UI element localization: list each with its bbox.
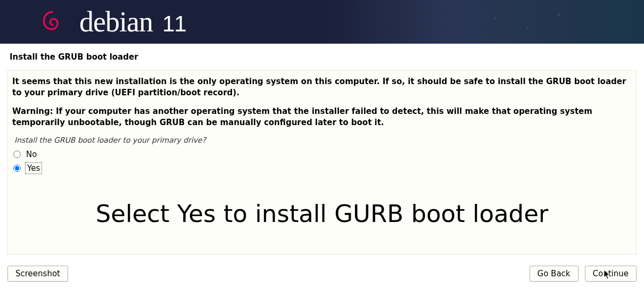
footer-bar: Screenshot Go Back Continue bbox=[7, 266, 637, 282]
go-back-button[interactable]: Go Back bbox=[530, 266, 579, 282]
radio-option-no[interactable]: No bbox=[13, 150, 632, 159]
radio-option-yes[interactable]: Yes bbox=[13, 163, 632, 173]
footer-right-group: Go Back Continue bbox=[530, 266, 637, 282]
continue-button[interactable]: Continue bbox=[585, 266, 637, 282]
info-paragraph-2: Warning: If your computer has another op… bbox=[12, 106, 632, 128]
content-area: Install the GRUB boot loader It seems th… bbox=[0, 44, 644, 254]
radio-no-label: No bbox=[26, 150, 37, 159]
installer-header: debian 11 bbox=[0, 0, 644, 44]
radio-yes-label: Yes bbox=[26, 163, 41, 173]
overlay-caption: Select Yes to install GURB boot loader bbox=[96, 200, 549, 228]
info-paragraph-1: It seems that this new installation is t… bbox=[12, 76, 632, 98]
main-panel: It seems that this new installation is t… bbox=[7, 70, 637, 254]
brand-version: 11 bbox=[162, 11, 186, 37]
radio-yes-input[interactable] bbox=[13, 164, 21, 172]
radio-no-input[interactable] bbox=[13, 151, 21, 158]
page-title: Install the GRUB boot loader bbox=[10, 52, 637, 62]
screenshot-button[interactable]: Screenshot bbox=[7, 266, 68, 282]
brand-text: debian 11 bbox=[79, 5, 186, 38]
brand-name: debian bbox=[79, 5, 153, 38]
question-text: Install the GRUB boot loader to your pri… bbox=[14, 136, 632, 144]
debian-swirl-icon bbox=[40, 10, 64, 34]
radio-group: No Yes bbox=[13, 150, 632, 173]
